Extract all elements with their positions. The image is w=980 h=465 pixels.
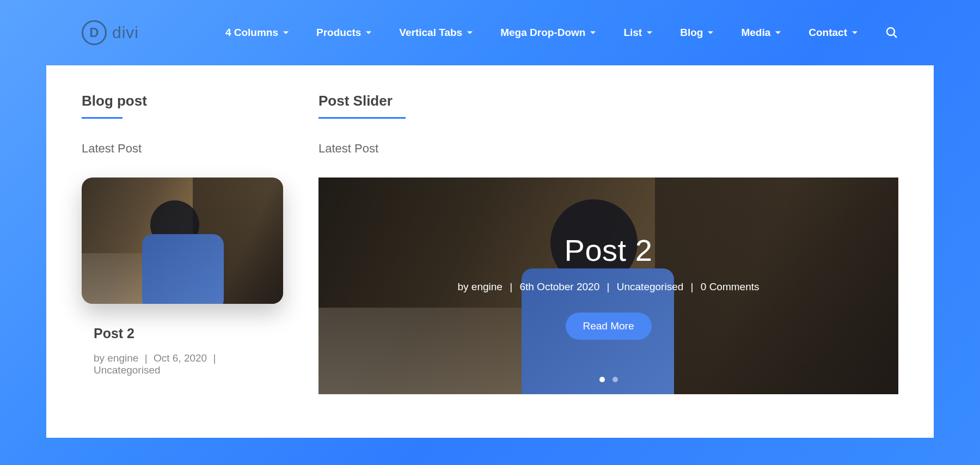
chevron-down-icon xyxy=(365,29,372,36)
separator: | xyxy=(213,352,216,364)
latest-post-label: Latest Post xyxy=(318,142,898,156)
separator: | xyxy=(510,281,512,292)
post-title[interactable]: Post 2 xyxy=(94,326,283,341)
nav-item-vertical-tabs[interactable]: Vertical Tabs xyxy=(399,27,473,39)
nav-label: List xyxy=(623,27,642,39)
header: D divi 4 Columns Products Vertical Tabs … xyxy=(0,0,980,65)
chevron-down-icon xyxy=(646,29,653,36)
chevron-down-icon xyxy=(852,29,858,36)
content-panel: Blog post Latest Post Post 2 by engine |… xyxy=(46,65,934,438)
slide-comments[interactable]: 0 Comments xyxy=(701,281,759,292)
slide-author[interactable]: engine xyxy=(471,281,503,292)
latest-post-label: Latest Post xyxy=(82,142,283,156)
image-placeholder xyxy=(82,178,283,304)
chevron-down-icon xyxy=(775,29,781,36)
section-title-blog-post: Blog post xyxy=(82,93,283,109)
slider-dot-2[interactable] xyxy=(612,377,618,382)
nav-label: Products xyxy=(316,27,361,39)
post-author[interactable]: engine xyxy=(107,352,138,364)
section-title-post-slider: Post Slider xyxy=(318,93,898,109)
separator: | xyxy=(691,281,694,292)
logo[interactable]: D divi xyxy=(82,20,139,45)
chevron-down-icon xyxy=(467,29,473,36)
chevron-down-icon xyxy=(283,29,289,36)
title-underline xyxy=(82,117,122,119)
slide-category[interactable]: Uncategorised xyxy=(617,281,684,292)
slider-dot-1[interactable] xyxy=(599,377,605,382)
slide-date: 6th October 2020 xyxy=(519,281,599,292)
post-meta: by engine | Oct 6, 2020 | Uncategorised xyxy=(94,352,283,376)
nav-item-contact[interactable]: Contact xyxy=(808,27,858,39)
post-slider[interactable]: Post 2 by engine | 6th October 2020 | Un… xyxy=(318,178,898,394)
post-slider-column: Post Slider Latest Post Post 2 by engine… xyxy=(318,93,898,394)
nav-label: Contact xyxy=(808,27,847,39)
nav-label: Mega Drop-Down xyxy=(500,27,585,39)
title-underline xyxy=(318,117,406,119)
nav-item-media[interactable]: Media xyxy=(741,27,781,39)
nav-label: Media xyxy=(741,27,770,39)
logo-icon: D xyxy=(82,20,107,45)
post-category[interactable]: Uncategorised xyxy=(94,364,161,376)
by-label: by xyxy=(458,281,469,292)
nav-item-mega-drop-down[interactable]: Mega Drop-Down xyxy=(500,27,596,39)
nav-item-4-columns[interactable]: 4 Columns xyxy=(225,27,289,39)
slider-dots xyxy=(599,377,618,382)
nav-label: Vertical Tabs xyxy=(399,27,462,39)
read-more-button[interactable]: Read More xyxy=(566,313,652,340)
slide-title[interactable]: Post 2 xyxy=(565,233,653,268)
nav-label: Blog xyxy=(680,27,703,39)
svg-line-1 xyxy=(893,34,897,38)
columns: Blog post Latest Post Post 2 by engine |… xyxy=(82,93,898,394)
nav-item-products[interactable]: Products xyxy=(316,27,372,39)
nav-label: 4 Columns xyxy=(225,27,278,39)
separator: | xyxy=(145,352,148,364)
post-thumbnail[interactable] xyxy=(82,178,283,304)
logo-text: divi xyxy=(112,23,139,42)
separator: | xyxy=(607,281,610,292)
nav-item-blog[interactable]: Blog xyxy=(680,27,714,39)
svg-point-0 xyxy=(887,28,895,35)
by-label: by xyxy=(94,352,105,364)
search-icon[interactable] xyxy=(885,26,898,39)
chevron-down-icon xyxy=(590,29,596,36)
chevron-down-icon xyxy=(707,29,714,36)
logo-letter: D xyxy=(89,25,99,40)
nav-item-list[interactable]: List xyxy=(623,27,653,39)
post-date: Oct 6, 2020 xyxy=(154,352,207,364)
slide-meta: by engine | 6th October 2020 | Uncategor… xyxy=(458,281,759,293)
blog-post-column: Blog post Latest Post Post 2 by engine |… xyxy=(82,93,283,394)
main-nav: 4 Columns Products Vertical Tabs Mega Dr… xyxy=(225,26,898,39)
